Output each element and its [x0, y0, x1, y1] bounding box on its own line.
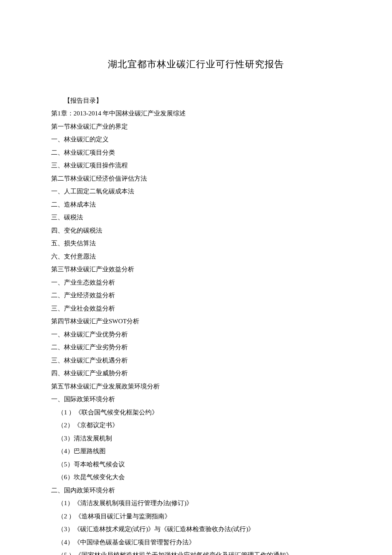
toc-subline: （1 ）《联合国气候变化框架公约》: [51, 406, 341, 419]
toc-subline: （3）《碳汇造林技术规定(试行)》与《碳汇造林检查验收办法(试行)》: [51, 523, 341, 535]
toc-line: 第五节林业碳汇产业发展政策环境分析: [51, 380, 341, 393]
toc-subline: （3）清洁发展机制: [51, 432, 341, 445]
toc-line: 二、造林成本法: [51, 198, 341, 211]
toc-line: 第1章：2013-2014 年中国林业碳汇产业发展综述: [51, 107, 341, 120]
toc-line: 一、人工固定二氧化碳成本法: [51, 185, 341, 198]
toc-label: 【报告目录】: [51, 95, 341, 107]
toc-line: 四、变化的碳税法: [51, 224, 341, 237]
toc-subline: （2）《京都议定书》: [51, 419, 341, 431]
toc-line: 一、国际政策环境分析: [51, 393, 341, 405]
toc-subline: （5）哥本哈根气候会议: [51, 458, 341, 471]
toc-line: 一、林业碳汇产业优势分析: [51, 328, 341, 341]
toc-line: 二、林业碳汇产业劣势分析: [51, 341, 341, 354]
toc-line: 三、林业碳汇项目操作流程: [51, 159, 341, 172]
toc-subline: （4）巴厘路线图: [51, 445, 341, 457]
toc-subline: （4）《中国绿色碳基金碳汇项目管理暂行办法》: [51, 536, 341, 549]
toc-subline: （6）坎昆气候变化大会: [51, 471, 341, 483]
toc-subline: （5 ）《国家林业局植树造林司关于加强林业应对气候变化及碳汇管理工作的通知》: [51, 549, 341, 555]
toc-line: 第三节林业碳汇产业效益分析: [51, 263, 341, 276]
toc-line: 一、产业生态效益分析: [51, 276, 341, 289]
toc-line: 五、损失估算法: [51, 237, 341, 250]
toc-subline: （1）《清洁发展机制项目运行管理办法(修订)》: [51, 497, 341, 509]
toc-line: 三、林业碳汇产业机遇分析: [51, 354, 341, 367]
document-title: 湖北宜都市林业碳汇行业可行性研究报告: [51, 55, 341, 73]
toc-subline: （2 ）《造林项目碳汇计量与监测指南》: [51, 510, 341, 523]
toc-line: 二、林业碳汇项目分类: [51, 147, 341, 159]
toc-line: 二、产业经济效益分析: [51, 289, 341, 302]
toc-line: 三、碳税法: [51, 211, 341, 224]
toc-line: 三、产业社会效益分析: [51, 302, 341, 315]
toc-line: 第四节林业碳汇产业SWOT分析: [51, 315, 341, 328]
toc-line: 六、支付意愿法: [51, 250, 341, 263]
toc-line: 一、林业碳汇的定义: [51, 133, 341, 146]
toc-line: 四、林业碳汇产业威胁分析: [51, 367, 341, 380]
toc-line: 第一节林业碳汇产业的界定: [51, 121, 341, 133]
toc-line: 第二节林业碳汇经济价值评估方法: [51, 173, 341, 185]
toc-line: 二、国内政策环境分析: [51, 484, 341, 497]
